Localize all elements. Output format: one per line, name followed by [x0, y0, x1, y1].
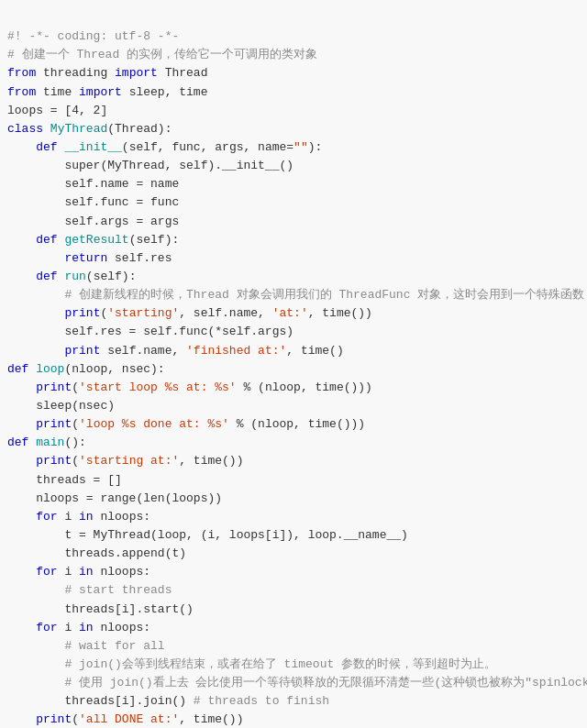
- line-36-comment: # 使用 join()看上去 会比使用一个等待锁释放的无限循环清楚一些(这种锁也…: [7, 676, 587, 689]
- line-30: for i in nloops:: [7, 565, 150, 579]
- code-editor: #! -*- coding: utf-8 -*- # 创建一个 Thread 的…: [7, 9, 580, 728]
- line-23-keyword: def: [7, 436, 28, 449]
- line-35-comment: # join()会等到线程结束，或者在给了 timeout 参数的时候，等到超时…: [7, 657, 496, 671]
- line-29: threads.append(t): [7, 546, 186, 560]
- line-9: self.name = name: [7, 177, 179, 191]
- line-15-comment: # 创建新线程的时候，Thread 对象会调用我们的 ThreadFunc 对象…: [7, 288, 587, 302]
- line-3-keyword: from: [7, 66, 36, 80]
- line-10: self.func = func: [7, 195, 179, 209]
- line-2: # 创建一个 Thread 的实例，传给它一个可调用的类对象: [7, 48, 317, 61]
- line-27: for i in nloops:: [7, 510, 150, 524]
- line-11: self.args = args: [7, 215, 179, 228]
- line-17: self.res = self.func(*self.args): [7, 325, 294, 338]
- line-22: print('loop %s done at: %s' % (nloop, ti…: [7, 417, 365, 431]
- line-26: nloops = range(len(loops)): [7, 491, 222, 505]
- line-8: super(MyThread, self).__init__(): [7, 159, 294, 172]
- line-13: return self.res: [7, 251, 172, 265]
- line-1: #! -*- coding: utf-8 -*-: [7, 29, 179, 43]
- line-14: def run(self):: [7, 270, 136, 283]
- line-32: threads[i].start(): [7, 602, 194, 616]
- line-31-comment: # start threads: [7, 583, 172, 597]
- line-16: print('starting', self.name, 'at:', time…: [7, 306, 372, 320]
- line-28: t = MyThread(loop, (i, loops[i]), loop._…: [7, 528, 408, 542]
- line-12: def getResult(self):: [7, 233, 179, 247]
- line-19-keyword: def: [7, 362, 28, 376]
- line-21: sleep(nsec): [7, 399, 115, 413]
- line-5: loops = [4, 2]: [7, 104, 107, 117]
- line-7: def __init__(self, func, args, name=""):: [7, 140, 322, 154]
- line-34-comment: # wait for all: [7, 639, 165, 653]
- line-25: threads = []: [7, 473, 122, 487]
- line-4-keyword: from: [7, 85, 36, 99]
- line-18: print self.name, 'finished at:', time(): [7, 344, 344, 358]
- line-33: for i in nloops:: [7, 621, 150, 634]
- line-24: print('starting at:', time()): [7, 454, 243, 468]
- line-37: threads[i].join() # threads to finish: [7, 694, 329, 708]
- line-20: print('start loop %s at: %s' % (nloop, t…: [7, 381, 372, 394]
- line-38: print('all DONE at:', time()): [7, 712, 243, 726]
- line-6-keyword: class: [7, 122, 43, 136]
